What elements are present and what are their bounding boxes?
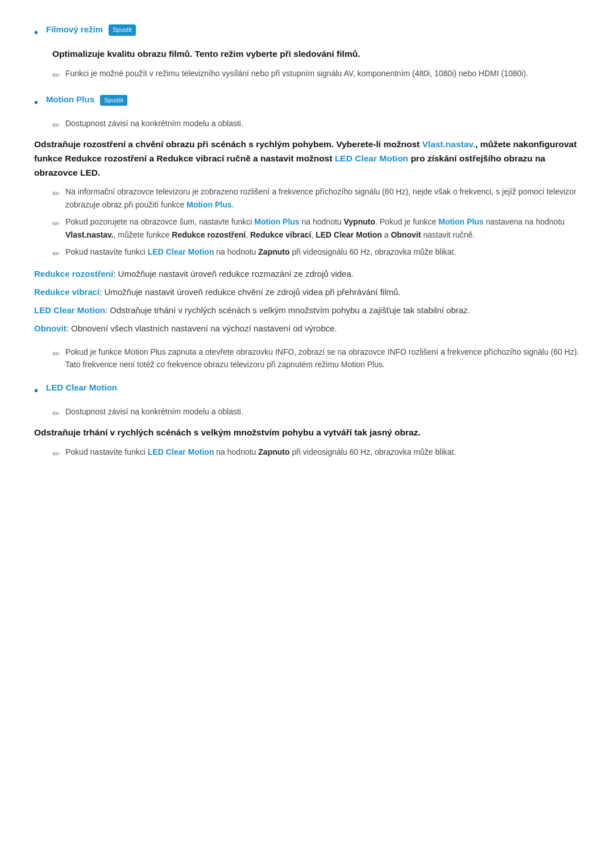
bullet-led-clear-motion: • LED Clear Motion [34, 381, 580, 400]
bullet-dot-2: • [34, 93, 38, 111]
led-clear-motion-note-after-1: ✏ Pokud nastavíte funkci LED Clear Motio… [52, 446, 580, 462]
pencil-icon-4: ✏ [52, 217, 60, 231]
pencil-icon-8: ✏ [52, 447, 60, 462]
motion-plus-final-note-block: ✏ Pokud je funkce Motion Plus zapnuta a … [52, 346, 580, 371]
term-label-redukce-rozosteni: Redukce rozostření [34, 269, 113, 279]
spustit-badge-2[interactable]: Spustit [100, 95, 127, 106]
bullet-filmovy-rezim: • Filmový režim Spustit [34, 23, 580, 41]
pencil-icon-5: ✏ [52, 247, 60, 261]
term-led-clear-motion: LED Clear Motion: Odstraňuje trhání v ry… [34, 304, 580, 317]
motion-plus-note-after-2: ✏ Pokud pozorujete na obrazovce šum, nas… [52, 215, 580, 241]
motion-plus-label: Motion Plus Spustit [46, 93, 127, 106]
vypnuto-ref: Vypnuto [344, 217, 375, 226]
redukce-vibraci-ref: Redukce vibrací [250, 230, 311, 239]
filmovy-rezim-note-text-1: Funkci je možné použít v režimu televizn… [65, 67, 528, 80]
zapnuto-ref-1: Zapnuto [258, 247, 289, 256]
zapnuto-ref-2: Zapnuto [258, 447, 289, 456]
motion-plus-note-before-1: ✏ Dostupnost závisí na konkrétním modelu… [52, 117, 580, 133]
filmovy-rezim-summary: Optimalizuje kvalitu obrazu filmů. Tento… [52, 47, 580, 61]
motion-plus-note-before-text-1: Dostupnost závisí na konkrétním modelu a… [65, 117, 243, 130]
led-clear-motion-note-before-text-1: Dostupnost závisí na konkrétním modelu a… [65, 405, 243, 418]
term-redukce-rozosteni: Redukce rozostření: Umožňuje nastavit úr… [34, 267, 580, 281]
pencil-icon-3: ✏ [52, 186, 60, 201]
motion-plus-content: ✏ Dostupnost závisí na konkrétním modelu… [52, 117, 580, 133]
motion-plus-ref-3: Motion Plus [438, 217, 483, 226]
motion-plus-note-after-1: ✏ Na informační obrazovce televizoru je … [52, 185, 580, 211]
motion-plus-final-note-text: Pokud je funkce Motion Plus zapnuta a ot… [65, 346, 580, 371]
obnovit-ref: Obnovit [391, 230, 421, 239]
redukce-rozosteni-ref: Redukce rozostření [172, 230, 246, 239]
pencil-icon-6: ✏ [52, 347, 60, 362]
section-led-clear-motion: • LED Clear Motion ✏ Dostupnost závisí n… [34, 381, 580, 461]
led-clear-motion-notes-after: ✏ Pokud nastavíte funkci LED Clear Motio… [52, 446, 580, 462]
led-clear-motion-ref-3: LED Clear Motion [148, 447, 214, 456]
vlast-nastav-ref: Vlast.nastav. [65, 230, 114, 239]
motion-plus-note-after-text-3: Pokud nastavíte funkci LED Clear Motion … [65, 246, 456, 258]
section-motion-plus: • Motion Plus Spustit ✏ Dostupnost závis… [34, 93, 580, 371]
spustit-badge-1[interactable]: Spustit [109, 24, 136, 36]
led-clear-motion-summary: Odstraňuje trhání v rychlých scénách s v… [34, 426, 580, 440]
led-clear-motion-label: LED Clear Motion [46, 381, 117, 394]
bullet-dot-3: • [34, 381, 38, 400]
filmovy-rezim-label: Filmový režim Spustit [46, 23, 136, 36]
bullet-motion-plus: • Motion Plus Spustit [34, 93, 580, 111]
motion-plus-notes-after: ✏ Na informační obrazovce televizoru je … [52, 185, 580, 261]
term-label-led-clear-motion: LED Clear Motion [34, 305, 105, 315]
pencil-icon-7: ✏ [52, 406, 60, 421]
motion-plus-ref-1: Motion Plus [186, 200, 231, 209]
term-label-obnovit: Obnovit [34, 323, 67, 333]
led-clear-motion-note-after-text-1: Pokud nastavíte funkci LED Clear Motion … [65, 446, 456, 458]
led-clear-motion-ref-1: LED Clear Motion [316, 230, 382, 239]
led-clear-motion-ref-2: LED Clear Motion [148, 247, 214, 256]
motion-plus-final-note: ✏ Pokud je funkce Motion Plus zapnuta a … [52, 346, 580, 371]
term-label-redukce-vibraci: Redukce vibrací [34, 287, 99, 297]
pencil-icon-2: ✏ [52, 118, 60, 133]
term-obnovit: Obnovit: Obnovení všech vlastních nastav… [34, 322, 580, 335]
term-redukce-vibraci: Redukce vibrací: Umožňuje nastavit úrove… [34, 285, 580, 299]
led-clear-motion-note-before-1: ✏ Dostupnost závisí na konkrétním modelu… [52, 405, 580, 421]
motion-plus-note-after-text-2: Pokud pozorujete na obrazovce šum, nasta… [65, 215, 580, 241]
motion-plus-ref-2: Motion Plus [254, 217, 299, 226]
motion-plus-note-after-text-1: Na informační obrazovce televizoru je zo… [65, 185, 580, 211]
vlast-nastav-link: Vlast.nastav. [422, 139, 475, 149]
filmovy-rezim-note-1: ✏ Funkci je možné použít v režimu televi… [52, 67, 580, 83]
motion-plus-main-para: Odstraňuje rozostření a chvění obrazu př… [34, 138, 580, 180]
pencil-icon-1: ✏ [52, 68, 60, 83]
bullet-dot-1: • [34, 23, 38, 41]
led-clear-motion-content: ✏ Dostupnost závisí na konkrétním modelu… [52, 405, 580, 421]
filmovy-rezim-content: Optimalizuje kvalitu obrazu filmů. Tento… [52, 47, 580, 82]
motion-plus-note-after-3: ✏ Pokud nastavíte funkci LED Clear Motio… [52, 246, 580, 261]
led-clear-motion-link-1: LED Clear Motion [335, 153, 408, 163]
section-filmovy-rezim: • Filmový režim Spustit Optimalizuje kva… [34, 23, 580, 82]
terms-block: Redukce rozostření: Umožňuje nastavit úr… [34, 267, 580, 335]
